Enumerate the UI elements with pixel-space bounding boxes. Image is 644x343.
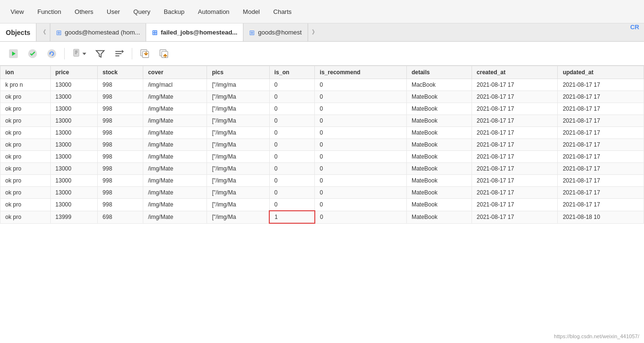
cell-is_on[interactable]: 0: [269, 79, 315, 91]
cell-is_on[interactable]: 1: [269, 211, 315, 223]
menu-charts[interactable]: Charts: [266, 5, 298, 18]
cell-details[interactable]: MateBook: [406, 139, 472, 151]
cell-is_recommend[interactable]: 0: [315, 199, 407, 211]
cell-is_recommend[interactable]: 0: [315, 151, 407, 163]
cell-price[interactable]: 13000: [50, 79, 98, 91]
cell-details[interactable]: MateBook: [406, 175, 472, 187]
cell-ion[interactable]: ok pro: [0, 199, 51, 211]
table-row[interactable]: ok pro13000998/img/Mate["/img/Ma00MateBo…: [0, 115, 644, 127]
cell-price[interactable]: 13000: [50, 175, 98, 187]
cell-pics[interactable]: ["/img/Ma: [207, 115, 269, 127]
cell-cover[interactable]: /img/Mate: [143, 199, 207, 211]
cell-updated_at[interactable]: 2021-08-17 17: [558, 199, 644, 211]
cr-button[interactable]: CR: [625, 23, 644, 41]
cell-updated_at[interactable]: 2021-08-17 17: [558, 187, 644, 199]
cell-cover[interactable]: /img/Mate: [143, 91, 207, 103]
cell-is_recommend[interactable]: 0: [315, 163, 407, 175]
cell-created_at[interactable]: 2021-08-17 17: [472, 163, 558, 175]
cell-details[interactable]: MateBook: [406, 115, 472, 127]
cell-price[interactable]: 13000: [50, 163, 98, 175]
cell-stock[interactable]: 998: [98, 103, 143, 115]
cell-pics[interactable]: ["/img/Ma: [207, 139, 269, 151]
cell-details[interactable]: MateBook: [406, 91, 472, 103]
tab-failed-jobs[interactable]: ⊞ failed_jobs@homestead...: [146, 23, 243, 41]
cell-created_at[interactable]: 2021-08-17 17: [472, 151, 558, 163]
cell-stock[interactable]: 998: [98, 115, 143, 127]
cell-pics[interactable]: ["/img/Ma: [207, 199, 269, 211]
menu-others[interactable]: Others: [68, 5, 100, 18]
document-button[interactable]: [69, 45, 90, 62]
cell-updated_at[interactable]: 2021-08-17 17: [558, 151, 644, 163]
cell-updated_at[interactable]: 2021-08-17 17: [558, 115, 644, 127]
cell-updated_at[interactable]: 2021-08-17 17: [558, 79, 644, 91]
cell-cover[interactable]: /img/Mate: [143, 163, 207, 175]
cell-details[interactable]: MateBook: [406, 211, 472, 223]
cell-created_at[interactable]: 2021-08-17 17: [472, 139, 558, 151]
cell-ion[interactable]: ok pro: [0, 115, 51, 127]
cell-created_at[interactable]: 2021-08-17 17: [472, 127, 558, 139]
tab-goods-homestead-2[interactable]: ⊞ goods@homest: [243, 23, 308, 41]
cell-cover[interactable]: /img/Mate: [143, 115, 207, 127]
cell-ion[interactable]: ok pro: [0, 175, 51, 187]
cell-is_on[interactable]: 0: [269, 115, 315, 127]
cell-stock[interactable]: 698: [98, 211, 143, 223]
table-row[interactable]: k pro n13000998/img/macl["/img/ma00MacBo…: [0, 79, 644, 91]
table-row[interactable]: ok pro13000998/img/Mate["/img/Ma00MateBo…: [0, 199, 644, 211]
cell-ion[interactable]: ok pro: [0, 151, 51, 163]
cell-created_at[interactable]: 2021-08-17 17: [472, 211, 558, 223]
cell-ion[interactable]: ok pro: [0, 91, 51, 103]
cell-cover[interactable]: /img/Mate: [143, 175, 207, 187]
tab-chevron-right[interactable]: 》: [308, 23, 322, 41]
cell-price[interactable]: 13000: [50, 103, 98, 115]
cell-price[interactable]: 13000: [50, 139, 98, 151]
table-row[interactable]: ok pro13000998/img/Mate["/img/Ma00MateBo…: [0, 187, 644, 199]
cell-stock[interactable]: 998: [98, 151, 143, 163]
cell-cover[interactable]: /img/Mate: [143, 139, 207, 151]
table-row[interactable]: ok pro13999698/img/Mate["/img/Ma10MateBo…: [0, 211, 644, 223]
refresh-button[interactable]: [43, 45, 60, 62]
cell-stock[interactable]: 998: [98, 175, 143, 187]
cell-created_at[interactable]: 2021-08-17 17: [472, 175, 558, 187]
menu-backup[interactable]: Backup: [157, 5, 191, 18]
cell-details[interactable]: MateBook: [406, 127, 472, 139]
check-button[interactable]: [24, 45, 41, 62]
cell-cover[interactable]: /img/Mate: [143, 127, 207, 139]
menu-view[interactable]: View: [4, 5, 31, 18]
table-row[interactable]: ok pro13000998/img/Mate["/img/Ma00MateBo…: [0, 163, 644, 175]
sort-button[interactable]: [111, 45, 128, 62]
cell-is_recommend[interactable]: 0: [315, 103, 407, 115]
cell-price[interactable]: 13999: [50, 211, 98, 223]
cell-pics[interactable]: ["/img/Ma: [207, 187, 269, 199]
cell-price[interactable]: 13000: [50, 115, 98, 127]
menu-model[interactable]: Model: [236, 5, 266, 18]
cell-details[interactable]: MacBook: [406, 79, 472, 91]
cell-stock[interactable]: 998: [98, 127, 143, 139]
cell-pics[interactable]: ["/img/Ma: [207, 127, 269, 139]
cell-pics[interactable]: ["/img/Ma: [207, 151, 269, 163]
tab-goods-homestead-1[interactable]: ⊞ goods@homestead (hom...: [50, 23, 146, 41]
cell-stock[interactable]: 998: [98, 79, 143, 91]
cell-is_recommend[interactable]: 0: [315, 139, 407, 151]
cell-is_recommend[interactable]: 0: [315, 79, 407, 91]
cell-cover[interactable]: /img/Mate: [143, 187, 207, 199]
cell-price[interactable]: 13000: [50, 199, 98, 211]
run-button[interactable]: [5, 45, 22, 62]
tab-chevron-left[interactable]: 《: [36, 23, 50, 41]
cell-stock[interactable]: 998: [98, 163, 143, 175]
cell-price[interactable]: 13000: [50, 127, 98, 139]
cell-pics[interactable]: ["/img/Ma: [207, 91, 269, 103]
cell-is_on[interactable]: 0: [269, 199, 315, 211]
cell-price[interactable]: 13000: [50, 187, 98, 199]
cell-updated_at[interactable]: 2021-08-17 17: [558, 139, 644, 151]
cell-ion[interactable]: ok pro: [0, 187, 51, 199]
cell-price[interactable]: 13000: [50, 151, 98, 163]
cell-details[interactable]: MateBook: [406, 199, 472, 211]
cell-is_recommend[interactable]: 0: [315, 91, 407, 103]
cell-created_at[interactable]: 2021-08-17 17: [472, 115, 558, 127]
cell-is_on[interactable]: 0: [269, 91, 315, 103]
table-row[interactable]: ok pro13000998/img/Mate["/img/Ma00MateBo…: [0, 139, 644, 151]
cell-ion[interactable]: ok pro: [0, 163, 51, 175]
cell-ion[interactable]: ok pro: [0, 139, 51, 151]
cell-is_on[interactable]: 0: [269, 151, 315, 163]
menu-function[interactable]: Function: [31, 5, 68, 18]
